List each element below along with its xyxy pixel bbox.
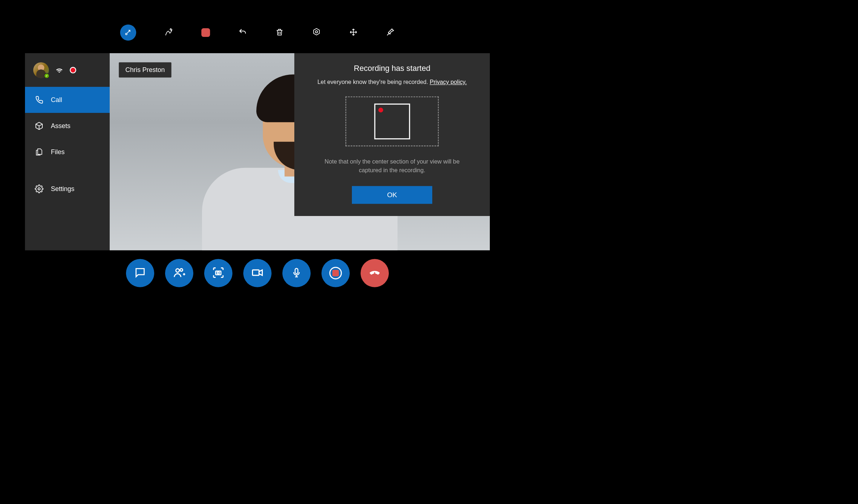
camera-capture-button[interactable] [204,259,232,287]
undo-icon [238,28,247,37]
sidebar-item-label: Files [51,148,64,156]
presence-available-icon [44,73,50,79]
mic-icon [291,267,302,279]
focus-icon [312,28,321,37]
move-button[interactable] [349,28,358,37]
record-button[interactable] [321,259,350,287]
pin-button[interactable] [386,28,395,37]
hangup-button[interactable] [361,259,389,287]
camera-capture-icon [212,266,225,280]
focus-button[interactable] [312,28,321,37]
ok-button[interactable]: OK [352,186,432,204]
minimize-icon [125,29,132,37]
svg-point-2 [38,188,40,190]
chat-button[interactable] [126,259,154,287]
add-people-button[interactable] [165,259,193,287]
participant-name-label: Chris Preston [119,62,171,77]
pin-icon [386,27,395,38]
sidebar-item-label: Assets [51,122,70,130]
svg-rect-8 [295,268,298,274]
minimize-button[interactable] [120,25,136,41]
recording-indicator-icon [70,67,76,73]
stop-record-button[interactable] [201,28,210,37]
gear-icon [35,185,43,193]
video-button[interactable] [243,259,272,287]
svg-point-6 [217,272,219,274]
dialog-subtext: Let everyone know they're being recorded… [306,79,478,86]
move-icon [349,28,358,37]
privacy-policy-link[interactable]: Privacy policy. [430,79,467,85]
svg-rect-7 [253,270,259,275]
video-icon [251,266,264,280]
sidebar-item-label: Call [51,96,62,103]
record-icon [329,267,342,279]
top-toolbar [0,21,515,45]
sidebar-header [25,53,110,87]
pen-icon [164,27,173,38]
sidebar-item-assets[interactable]: Assets [25,113,110,139]
call-controls [0,259,515,287]
mic-button[interactable] [282,259,311,287]
files-icon [35,148,43,156]
dialog-title: Recording has started [306,64,478,73]
sidebar: Call Assets Files Settings [25,53,110,250]
recording-started-dialog: Recording has started Let everyone know … [294,53,490,216]
chat-icon [134,267,146,280]
add-people-icon [173,266,186,280]
box-icon [35,122,43,130]
nav: Call Assets Files Settings [25,87,110,202]
dialog-note: Note that only the center section of you… [306,157,478,175]
record-dot-icon [378,107,383,112]
dialog-subtext-text: Let everyone know they're being recorded… [317,79,430,85]
delete-button[interactable] [275,28,284,37]
recording-center-box [374,103,410,139]
pen-button[interactable] [164,28,173,37]
svg-point-0 [126,33,127,35]
stop-record-icon [201,28,210,37]
sidebar-item-call[interactable]: Call [25,87,110,113]
phone-icon [35,96,43,104]
sidebar-item-label: Settings [51,185,74,192]
sidebar-item-files[interactable]: Files [25,139,110,165]
undo-button[interactable] [238,28,247,37]
svg-point-4 [180,269,182,271]
avatar[interactable] [33,62,49,78]
hangup-icon [368,266,382,280]
recording-area-diagram [345,96,439,146]
sidebar-item-settings[interactable]: Settings [25,176,110,202]
trash-icon [275,28,284,37]
signal-icon [55,65,64,75]
svg-point-3 [176,269,180,272]
svg-point-1 [315,31,317,33]
